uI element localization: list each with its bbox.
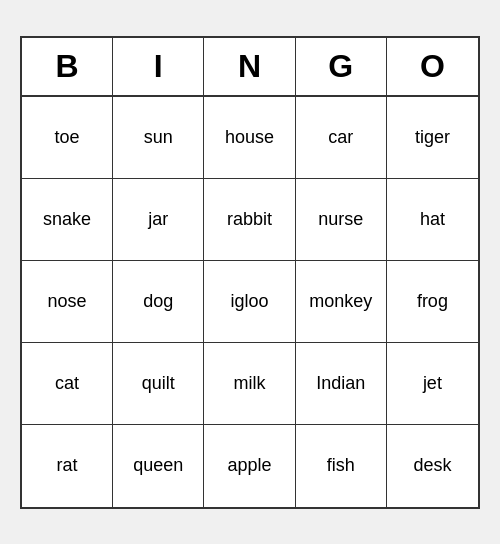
bingo-cell-r2-c4: frog [387,261,478,343]
bingo-cell-r4-c3: fish [296,425,387,507]
bingo-header-letter: B [22,38,113,95]
bingo-cell-r1-c3: nurse [296,179,387,261]
bingo-cell-r3-c0: cat [22,343,113,425]
bingo-cell-r3-c3: Indian [296,343,387,425]
bingo-cell-r4-c1: queen [113,425,204,507]
bingo-card: BINGO toesunhousecartigersnakejarrabbitn… [20,36,480,509]
bingo-cell-r0-c2: house [204,97,295,179]
bingo-cell-r2-c1: dog [113,261,204,343]
bingo-cell-r4-c2: apple [204,425,295,507]
bingo-cell-r0-c4: tiger [387,97,478,179]
bingo-cell-r1-c2: rabbit [204,179,295,261]
bingo-cell-r2-c2: igloo [204,261,295,343]
bingo-cell-r2-c0: nose [22,261,113,343]
bingo-cell-r0-c3: car [296,97,387,179]
bingo-cell-r4-c4: desk [387,425,478,507]
bingo-cell-r1-c0: snake [22,179,113,261]
bingo-cell-r2-c3: monkey [296,261,387,343]
bingo-header: BINGO [22,38,478,97]
bingo-cell-r3-c4: jet [387,343,478,425]
bingo-grid: toesunhousecartigersnakejarrabbitnurseha… [22,97,478,507]
bingo-cell-r0-c0: toe [22,97,113,179]
bingo-cell-r4-c0: rat [22,425,113,507]
bingo-cell-r3-c1: quilt [113,343,204,425]
bingo-cell-r0-c1: sun [113,97,204,179]
bingo-header-letter: I [113,38,204,95]
bingo-header-letter: O [387,38,478,95]
bingo-cell-r1-c1: jar [113,179,204,261]
bingo-header-letter: G [296,38,387,95]
bingo-cell-r1-c4: hat [387,179,478,261]
bingo-header-letter: N [204,38,295,95]
bingo-cell-r3-c2: milk [204,343,295,425]
